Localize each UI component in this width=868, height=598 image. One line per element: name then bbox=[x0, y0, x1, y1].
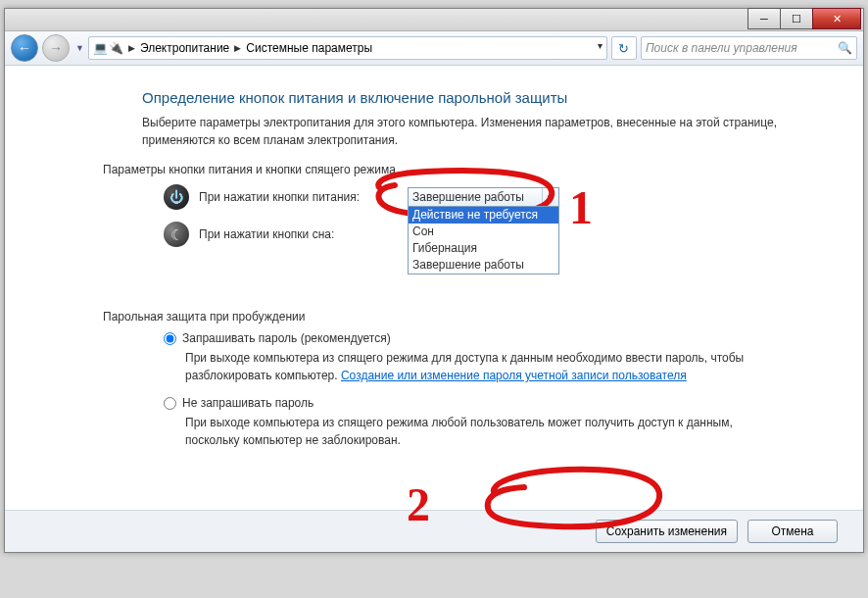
page-title: Определение кнопок питания и включение п… bbox=[142, 89, 804, 106]
radio-require-password-desc: При выходе компьютера из спящего режима … bbox=[185, 349, 773, 384]
content-pane: Определение кнопок питания и включение п… bbox=[5, 66, 863, 449]
cancel-button[interactable]: Отмена bbox=[747, 520, 838, 543]
forward-button[interactable]: → bbox=[42, 34, 70, 62]
chevron-right-icon: ▶ bbox=[234, 43, 241, 53]
computer-icon: 💻 bbox=[93, 40, 109, 56]
radio-no-password-label: Не запрашивать пароль bbox=[182, 396, 313, 410]
breadcrumb[interactable]: 💻 🔌 ▶ Электропитание ▶ Системные парамет… bbox=[88, 36, 607, 60]
navbar: ← → ▼ 💻 🔌 ▶ Электропитание ▶ Системные п… bbox=[5, 31, 863, 66]
create-password-link[interactable]: Создание или изменение пароля учетной за… bbox=[341, 369, 687, 382]
power-plug-icon: 🔌 bbox=[109, 40, 124, 56]
footer-bar: Сохранить изменения Отмена bbox=[5, 510, 863, 552]
search-icon: 🔍 bbox=[838, 41, 852, 55]
arrow-left-icon: ← bbox=[18, 41, 31, 55]
back-button[interactable]: ← bbox=[11, 34, 38, 62]
section-buttons-heading: Параметры кнопки питания и кнопки спящег… bbox=[103, 163, 804, 176]
close-button[interactable]: ✕ bbox=[812, 8, 861, 29]
chevron-down-icon: ▼ bbox=[542, 188, 556, 206]
refresh-icon: ↻ bbox=[618, 41, 629, 56]
chevron-right-icon: ▶ bbox=[128, 43, 135, 53]
radio-require-password-input[interactable] bbox=[164, 332, 176, 345]
radio-no-password-input[interactable] bbox=[164, 397, 176, 410]
power-button-label: При нажатии кнопки питания: bbox=[199, 190, 408, 204]
moon-icon: ☾ bbox=[164, 222, 189, 247]
radio-require-password-label: Запрашивать пароль (рекомендуется) bbox=[182, 331, 391, 345]
maximize-button[interactable]: ☐ bbox=[780, 8, 813, 29]
power-action-combo[interactable]: Завершение работы ▼ Действие не требуетс… bbox=[408, 187, 559, 207]
search-placeholder: Поиск в панели управления bbox=[646, 41, 797, 55]
power-option-hibernate[interactable]: Гибернация bbox=[409, 240, 558, 257]
power-icon: ⏻ bbox=[164, 184, 189, 210]
breadcrumb-seg2[interactable]: Системные параметры bbox=[246, 41, 372, 55]
chevron-down-icon[interactable]: ▾ bbox=[598, 40, 603, 51]
intro-text: Выберите параметры электропитания для эт… bbox=[142, 114, 804, 149]
power-option-shutdown[interactable]: Завершение работы bbox=[409, 257, 558, 274]
section-password-heading: Парольная защита при пробуждении bbox=[103, 310, 804, 324]
breadcrumb-seg1[interactable]: Электропитание bbox=[140, 41, 229, 55]
power-button-row: ⏻ При нажатии кнопки питания: Завершение… bbox=[142, 184, 804, 210]
control-panel-window: ─ ☐ ✕ ← → ▼ 💻 🔌 ▶ Электропитание ▶ Систе… bbox=[4, 8, 864, 553]
save-button[interactable]: Сохранить изменения bbox=[596, 520, 738, 543]
sleep-button-label: При нажатии кнопки сна: bbox=[199, 227, 408, 241]
titlebar[interactable]: ─ ☐ ✕ bbox=[5, 9, 863, 31]
minimize-button[interactable]: ─ bbox=[747, 8, 781, 29]
radio-require-password: Запрашивать пароль (рекомендуется) При в… bbox=[164, 331, 804, 384]
radio-no-password-desc: При выходе компьютера из спящего режима … bbox=[185, 414, 773, 449]
radio-no-password: Не запрашивать пароль При выходе компьют… bbox=[164, 396, 804, 449]
power-option-sleep[interactable]: Сон bbox=[409, 224, 558, 240]
refresh-button[interactable]: ↻ bbox=[611, 36, 637, 60]
power-action-selected[interactable]: Завершение работы ▼ bbox=[408, 187, 559, 207]
power-option-none[interactable]: Действие не требуется bbox=[409, 207, 558, 224]
power-action-dropdown: Действие не требуется Сон Гибернация Зав… bbox=[408, 206, 559, 274]
arrow-right-icon: → bbox=[49, 41, 63, 55]
history-dropdown[interactable]: ▼ bbox=[75, 43, 84, 53]
search-input[interactable]: Поиск в панели управления 🔍 bbox=[641, 36, 857, 60]
